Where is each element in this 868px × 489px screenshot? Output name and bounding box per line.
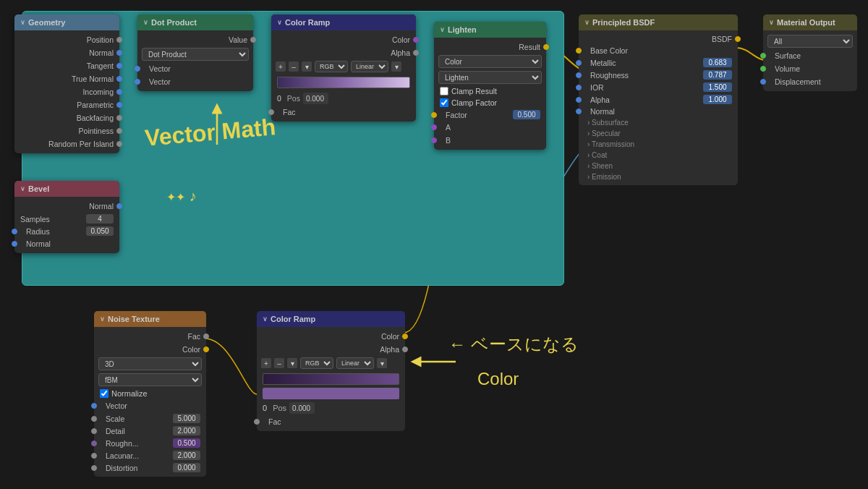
mo-volume-socket	[760, 66, 766, 72]
mo-volume-label: Volume	[775, 64, 800, 73]
lighten-dropdown2-row[interactable]: Lighten	[434, 69, 546, 85]
principled-emission[interactable]: › Emission	[579, 171, 738, 182]
cr-top-remove-btn[interactable]: –	[289, 61, 299, 72]
cr-bot-controls[interactable]: + – ▾ RGB Linear ▾	[257, 356, 405, 370]
material-output-chevron: ∨	[769, 19, 774, 26]
noise-roughness-value[interactable]: 0.500	[173, 438, 200, 448]
cr-top-controls[interactable]: + – ▾ RGB Linear ▾	[271, 59, 416, 74]
lighten-clamp-result-row[interactable]: Clamp Result	[434, 85, 546, 97]
node-principled-bsdf: ∨ Principled BSDF BSDF Base Color Metall…	[579, 14, 738, 185]
noise-roughness-socket	[91, 441, 97, 446]
bevel-samples-row: Samples 4	[14, 213, 119, 225]
cr-top-pos-field[interactable]	[303, 93, 328, 104]
bevel-header[interactable]: ∨ Bevel	[14, 181, 119, 197]
bevel-chevron: ∨	[20, 185, 25, 192]
cr-bot-gradient[interactable]	[263, 373, 399, 385]
noise-lacunarity-row: Lacunar... 2.000	[94, 449, 206, 462]
cr-top-pos-row: 0 Pos	[271, 91, 416, 106]
lighten-clamp-factor-row[interactable]: Clamp Factor	[434, 97, 546, 109]
node-noise-texture: ∨ Noise Texture Fac Color 3D fBM Normali…	[94, 311, 206, 477]
material-output-header[interactable]: ∨ Material Output	[763, 14, 857, 30]
noise-vector-label: Vector	[106, 401, 127, 410]
noise-3d-dropdown-row[interactable]: 3D	[94, 356, 206, 372]
principled-roughness-value[interactable]: 0.787	[703, 70, 732, 80]
cr-top-interp-select[interactable]: RGB	[315, 61, 348, 72]
cr-top-color-row: Color	[271, 33, 416, 46]
cr-bot-pos-field[interactable]	[289, 402, 315, 414]
color-ramp-bottom-header[interactable]: ∨ Color Ramp	[257, 311, 405, 327]
dot-product-chevron: ∨	[143, 19, 148, 26]
noise-texture-chevron: ∨	[100, 315, 105, 323]
noise-3d-dropdown[interactable]: 3D	[98, 357, 202, 370]
geometry-truenormal-label: True Normal	[72, 75, 114, 83]
lighten-clamp-factor-checkbox[interactable]	[440, 98, 448, 107]
noise-lacunarity-value[interactable]: 2.000	[173, 451, 200, 460]
geometry-incoming-socket	[116, 89, 122, 95]
noise-texture-header[interactable]: ∨ Noise Texture	[94, 311, 206, 327]
cr-top-mode-select[interactable]: Linear	[351, 61, 388, 72]
dot-product-dropdown-row[interactable]: Dot Product	[137, 46, 253, 62]
lighten-factor-value[interactable]: 0.500	[513, 110, 540, 119]
noise-distortion-row: Distortion 0.000	[94, 462, 206, 474]
cr-bot-remove-btn[interactable]: –	[274, 358, 284, 368]
cr-top-add-btn[interactable]: +	[276, 61, 286, 72]
lighten-dropdown2[interactable]: Lighten	[438, 71, 542, 84]
lighten-a-row: A	[434, 121, 546, 134]
cr-bot-alpha-row: Alpha	[257, 343, 405, 356]
cr-bot-arrow-btn[interactable]: ▾	[287, 358, 297, 368]
bevel-samples-value[interactable]: 4	[86, 214, 114, 224]
lighten-dropdown1[interactable]: Color	[438, 55, 542, 68]
principled-coat[interactable]: › Coat	[579, 150, 738, 161]
geometry-pointiness-row: Pointiness	[14, 124, 119, 137]
bevel-radius-row: Radius 0.050	[14, 225, 119, 237]
principled-ior-value[interactable]: 1.500	[703, 82, 732, 92]
dot-product-dropdown[interactable]: Dot Product	[142, 48, 249, 61]
material-output-dropdown[interactable]: All	[767, 35, 853, 48]
noise-fbm-dropdown-row[interactable]: fBM	[94, 372, 206, 388]
lighten-title: Lighten	[448, 25, 477, 34]
color-ramp-top-body: Color Alpha + – ▾ RGB Linear ▾ 0 Pos	[271, 30, 416, 122]
noise-fbm-dropdown[interactable]: fBM	[98, 373, 202, 386]
geometry-header[interactable]: ∨ Geometry	[14, 14, 119, 30]
principled-transmission[interactable]: › Transmission	[579, 139, 738, 150]
cr-bot-add-btn[interactable]: +	[261, 358, 271, 368]
bevel-radius-value[interactable]: 0.050	[86, 226, 114, 236]
noise-normalize-checkbox[interactable]	[100, 389, 109, 398]
principled-metallic-value[interactable]: 0.683	[703, 58, 732, 67]
dot-product-header[interactable]: ∨ Dot Product	[137, 14, 253, 30]
cr-bot-pos-row: 0 Pos	[257, 401, 405, 415]
noise-scale-value[interactable]: 5.000	[173, 414, 200, 423]
lighten-clamp-result-checkbox[interactable]	[440, 87, 448, 95]
principled-metallic-label: Metallic	[590, 59, 700, 67]
noise-scale-row: Scale 5.000	[94, 412, 206, 425]
color-ramp-top-header[interactable]: ∨ Color Ramp	[271, 14, 416, 30]
lighten-clamp-result-label: Clamp Result	[451, 87, 497, 95]
annotation-color: Color	[477, 369, 519, 389]
principled-subsurface[interactable]: › Subsurface	[579, 117, 738, 128]
lighten-result-label: Result	[519, 43, 540, 51]
cr-top-mode-arrow[interactable]: ▾	[391, 61, 401, 72]
cr-top-arrow-btn[interactable]: ▾	[302, 61, 312, 72]
principled-sheen[interactable]: › Sheen	[579, 161, 738, 171]
noise-distortion-socket	[91, 465, 97, 471]
cr-bot-interp-select[interactable]: RGB	[300, 357, 333, 369]
noise-distortion-value[interactable]: 0.000	[173, 463, 200, 472]
mo-surface-label: Surface	[775, 51, 801, 60]
cr-bot-mode-arrow[interactable]: ▾	[377, 358, 387, 368]
geometry-truenormal-row: True Normal	[14, 72, 119, 85]
dot-product-value-socket	[250, 37, 256, 43]
principled-bsdf-label: BSDF	[584, 35, 732, 43]
bevel-normal-in-row: Normal	[14, 237, 119, 250]
principled-header[interactable]: ∨ Principled BSDF	[579, 14, 738, 30]
noise-normalize-row[interactable]: Normalize	[94, 388, 206, 399]
noise-detail-value[interactable]: 2.000	[173, 426, 200, 435]
noise-detail-socket	[91, 428, 97, 434]
cr-top-pos-num: 0	[277, 94, 281, 103]
lighten-dropdown1-row[interactable]: Color	[434, 54, 546, 69]
principled-specular[interactable]: › Specular	[579, 128, 738, 139]
lighten-header[interactable]: ∨ Lighten	[434, 22, 546, 38]
cr-top-gradient[interactable]	[277, 77, 410, 88]
cr-bot-mode-select[interactable]: Linear	[336, 357, 374, 369]
lighten-factor-socket	[431, 112, 437, 118]
principled-alpha-value[interactable]: 1.000	[703, 95, 732, 104]
